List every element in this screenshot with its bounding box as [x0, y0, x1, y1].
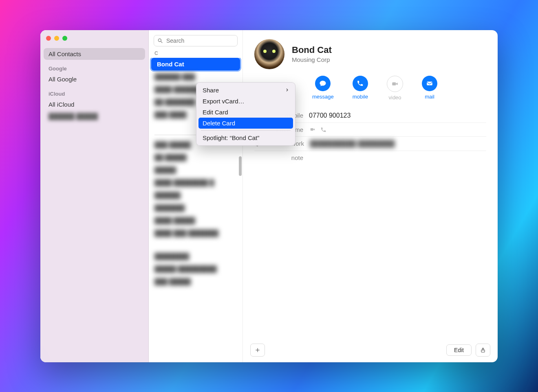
- contact-row[interactable]: ██ █████: [149, 151, 243, 164]
- phone-icon[interactable]: [320, 127, 326, 133]
- action-video: video: [387, 76, 403, 101]
- share-icon: [480, 347, 486, 353]
- sidebar-item-all-icloud[interactable]: All iCloud: [44, 99, 145, 110]
- action-mobile[interactable]: mobile: [353, 76, 368, 101]
- video-icon[interactable]: [309, 127, 316, 133]
- ctx-label: Spotlight: “Bond Cat”: [203, 134, 259, 141]
- action-label: video: [389, 94, 401, 101]
- contact-row[interactable]: ████ ███ ███████: [149, 227, 243, 239]
- share-button[interactable]: [476, 344, 490, 357]
- list-section-letter: C: [149, 49, 243, 58]
- list-section-letter: [149, 239, 243, 250]
- contact-row[interactable]: ██████ ███: [149, 70, 243, 83]
- close-window-button[interactable]: [46, 36, 51, 41]
- list-scrollbar[interactable]: [239, 156, 242, 176]
- action-label: mail: [425, 94, 434, 100]
- sidebar-item-redacted[interactable]: ██████ █████: [44, 110, 145, 122]
- field-value: ██████████ ████████: [310, 140, 395, 147]
- contacts-window: All Contacts Google All Google iCloud Al…: [40, 30, 498, 362]
- contact-name: Bond Cat: [292, 45, 332, 55]
- ctx-label: Edit Card: [203, 109, 228, 116]
- svg-line-1: [161, 41, 163, 43]
- contact-company: Mousing Corp: [292, 56, 332, 63]
- contact-row[interactable]: ████████: [149, 250, 243, 263]
- contact-row[interactable]: ████ ████████ █: [149, 176, 243, 189]
- svg-rect-3: [427, 81, 432, 85]
- sidebar-item-all-contacts[interactable]: All Contacts: [44, 48, 145, 60]
- contact-row-selected[interactable]: Bond Cat: [151, 58, 240, 70]
- ctx-label: Export vCard…: [203, 98, 245, 105]
- search-icon: [157, 38, 163, 44]
- context-menu: Share Export vCard… Edit Card Delete Car…: [196, 82, 295, 146]
- field-note[interactable]: note: [254, 151, 486, 164]
- message-icon: [315, 76, 331, 91]
- field-value: 07700 900123: [309, 112, 351, 119]
- ctx-label: Share: [203, 87, 219, 94]
- field-label: note: [254, 154, 303, 161]
- action-label: mobile: [353, 94, 368, 100]
- sidebar-section-icloud: iCloud: [44, 85, 145, 99]
- search-input[interactable]: [165, 37, 238, 44]
- edit-button[interactable]: Edit: [446, 344, 472, 356]
- action-label: message: [312, 94, 334, 100]
- contact-row[interactable]: ████ █████: [149, 214, 243, 227]
- detail-footer: Edit: [243, 338, 498, 362]
- zoom-window-button[interactable]: [62, 36, 67, 41]
- add-button[interactable]: [250, 344, 265, 357]
- ctx-item-delete-card[interactable]: Delete Card: [198, 118, 293, 129]
- svg-rect-2: [392, 82, 396, 85]
- contact-row[interactable]: █████ █████████: [149, 263, 243, 275]
- action-message[interactable]: message: [312, 76, 334, 101]
- action-mail[interactable]: mail: [422, 76, 437, 101]
- contact-avatar[interactable]: [254, 39, 284, 69]
- ctx-item-export-vcard[interactable]: Export vCard…: [198, 96, 293, 107]
- sidebar: All Contacts Google All Google iCloud Al…: [40, 30, 149, 362]
- ctx-item-edit-card[interactable]: Edit Card: [198, 107, 293, 118]
- contact-row[interactable]: ███ █████: [149, 275, 243, 288]
- minimize-window-button[interactable]: [54, 36, 59, 41]
- ctx-separator: [201, 130, 291, 131]
- ctx-item-spotlight[interactable]: Spotlight: “Bond Cat”: [198, 132, 293, 143]
- contact-list-pane: C Bond Cat ██████ ███ ████ ██████ ██ ███…: [149, 30, 243, 362]
- window-controls: [44, 36, 145, 48]
- plus-icon: [255, 347, 260, 353]
- phone-icon: [353, 76, 368, 91]
- mail-icon: [422, 76, 437, 91]
- chevron-right-icon: [285, 88, 289, 92]
- ctx-item-share[interactable]: Share: [198, 85, 293, 96]
- video-icon: [387, 76, 403, 92]
- contact-detail-pane: Bond Cat Mousing Corp message mobile: [243, 30, 498, 362]
- contact-row[interactable]: ███████: [149, 201, 243, 214]
- contact-row[interactable]: █████: [149, 164, 243, 176]
- contact-header: Bond Cat Mousing Corp: [243, 30, 498, 73]
- svg-rect-4: [311, 128, 313, 131]
- contact-row[interactable]: ██████: [149, 189, 243, 201]
- search-field[interactable]: [154, 35, 238, 46]
- ctx-label: Delete Card: [203, 120, 235, 127]
- facetime-icons: [309, 127, 326, 133]
- svg-point-0: [158, 39, 161, 42]
- sidebar-item-all-google[interactable]: All Google: [44, 73, 145, 85]
- sidebar-section-google: Google: [44, 60, 145, 73]
